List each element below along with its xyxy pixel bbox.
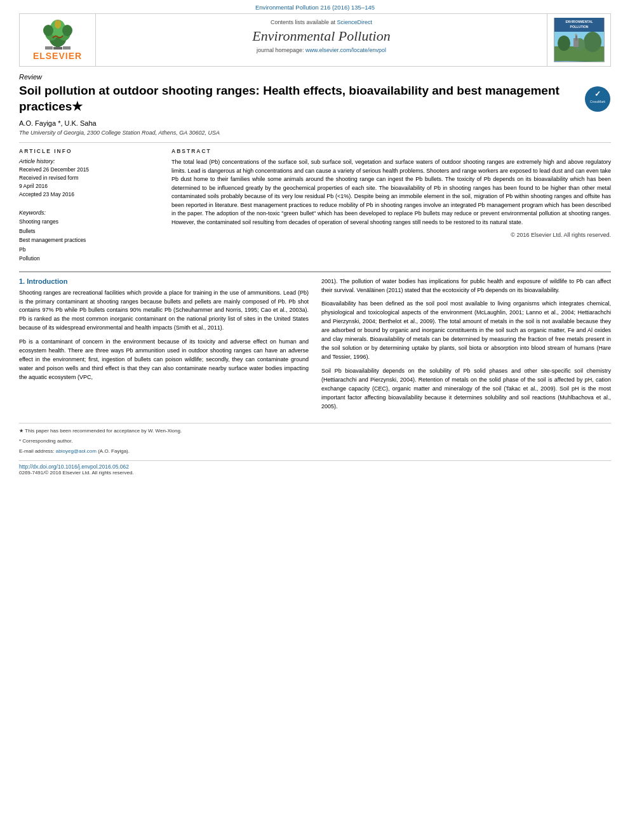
article-info-heading: ARTICLE INFO	[19, 148, 159, 154]
svg-point-18	[558, 36, 570, 51]
contents-available-text: Contents lists available at ScienceDirec…	[271, 19, 372, 25]
doi-link[interactable]: http://dx.doi.org/10.1016/j.envpol.2016.…	[19, 463, 129, 470]
copyright-notice: © 2016 Elsevier Ltd. All rights reserved…	[171, 232, 611, 238]
journal-cover-image: ENVIRONMENTAL POLLUTION	[554, 18, 605, 62]
received-date: Received 26 December 2015	[19, 166, 159, 174]
revised-label: Received in revised form	[19, 174, 159, 182]
article-info-abstract: ARTICLE INFO Article history: Received 2…	[19, 148, 611, 263]
svg-text:POLLUTION: POLLUTION	[570, 25, 588, 29]
doi-line: http://dx.doi.org/10.1016/j.envpol.2016.…	[19, 463, 611, 470]
footer-bar: http://dx.doi.org/10.1016/j.envpol.2016.…	[19, 460, 611, 476]
issn-line: 0269-7491/© 2016 Elsevier Ltd. All right…	[19, 470, 611, 476]
title-area: ✓ CrossMark Soil pollution at outdoor sh…	[19, 83, 611, 114]
svg-point-10	[55, 20, 61, 29]
intro-para-4: Bioavailability has been defined as the …	[321, 300, 611, 362]
email-address[interactable]: abioyeg@aol.com	[56, 448, 97, 454]
article-info-panel: ARTICLE INFO Article history: Received 2…	[19, 148, 159, 263]
keywords-label: Keywords:	[19, 210, 159, 216]
body-columns: 1. Introduction Shooting ranges are recr…	[19, 277, 611, 417]
keywords-list: Shooting ranges Bullets Best management …	[19, 217, 159, 263]
svg-text:CrossMark: CrossMark	[590, 100, 606, 103]
keyword-4: Pb	[19, 245, 159, 254]
thumbnail-journal-name: ENVIRONMENTAL POLLUTION	[553, 17, 605, 63]
svg-point-6	[62, 25, 72, 36]
abstract-heading: ABSTRACT	[171, 148, 611, 154]
keyword-5: Pollution	[19, 254, 159, 263]
intro-para-3: 2001). The pollution of water bodies has…	[321, 277, 611, 295]
intro-number: 1.	[19, 277, 25, 285]
intro-para-1: Shooting ranges are recreational facilit…	[19, 289, 309, 333]
accepted-date: Accepted 23 May 2016	[19, 190, 159, 199]
affiliation-text: The University of Georgia, 2300 College …	[19, 130, 611, 136]
article-content-area: Review ✓ CrossMark Soil pollution at out…	[19, 67, 611, 272]
svg-rect-22	[575, 36, 577, 41]
footnotes-section: ★ This paper has been recommended for ac…	[19, 423, 611, 455]
svg-rect-8	[63, 46, 70, 50]
keyword-2: Bullets	[19, 227, 159, 236]
intro-heading: 1. Introduction	[19, 277, 309, 285]
body-content: 1. Introduction Shooting ranges are recr…	[19, 277, 611, 417]
corresponding-footnote: * Corresponding author.	[19, 437, 611, 445]
abstract-panel: ABSTRACT The total lead (Pb) concentrati…	[171, 148, 611, 263]
star-footnote: ★ This paper has been recommended for ac…	[19, 427, 611, 435]
abstract-text: The total lead (Pb) concentrations of th…	[171, 158, 611, 227]
intro-para-5: Soil Pb bioavailability depends on the s…	[321, 367, 611, 411]
intro-para-2: Pb is a contaminant of concern in the en…	[19, 338, 309, 382]
intro-heading-text: Introduction	[27, 277, 67, 285]
section-divider	[19, 271, 611, 272]
email-footnote: E-mail address: abioyeg@aol.com (A.O. Fa…	[19, 448, 611, 455]
elsevier-tree-icon	[39, 19, 77, 51]
journal-homepage-line: journal homepage: www.elsevier.com/locat…	[257, 47, 386, 53]
crossmark-badge: ✓ CrossMark	[584, 86, 611, 114]
elsevier-logo: ELSEVIER	[33, 19, 82, 61]
journal-ref-bar: Environmental Pollution 216 (2016) 135–1…	[0, 0, 630, 13]
elsevier-branding: ELSEVIER	[20, 14, 96, 66]
homepage-url[interactable]: www.elsevier.com/locate/envpol	[305, 47, 386, 53]
journal-thumbnail: ENVIRONMENTAL POLLUTION	[547, 14, 610, 66]
svg-rect-9	[53, 47, 62, 50]
divider-top	[19, 142, 611, 143]
article-dates: Received 26 December 2015 Received in re…	[19, 166, 159, 198]
body-left-col: 1. Introduction Shooting ranges are recr…	[19, 277, 309, 417]
svg-point-5	[43, 25, 53, 36]
svg-rect-7	[45, 46, 53, 50]
article-title: Soil pollution at outdoor shooting range…	[19, 83, 611, 114]
crossmark-icon: ✓ CrossMark	[584, 86, 611, 112]
keyword-1: Shooting ranges	[19, 217, 159, 226]
journal-header: ELSEVIER Contents lists available at Sci…	[19, 13, 611, 67]
svg-text:ENVIRONMENTAL: ENVIRONMENTAL	[565, 20, 593, 23]
journal-reference: Environmental Pollution 216 (2016) 135–1…	[0, 0, 630, 13]
authors-line: A.O. Fayiga *, U.K. Saha	[19, 119, 611, 127]
keyword-3: Best management practices	[19, 236, 159, 244]
elsevier-wordmark: ELSEVIER	[33, 51, 82, 61]
svg-point-19	[584, 32, 601, 52]
revised-date: 9 April 2016	[19, 182, 159, 190]
sciencedirect-link[interactable]: ScienceDirect	[337, 19, 373, 25]
journal-name: Environmental Pollution	[252, 28, 390, 44]
article-history-label: Article history:	[19, 158, 159, 164]
body-right-col: 2001). The pollution of water bodies has…	[321, 277, 611, 417]
svg-text:✓: ✓	[594, 90, 601, 98]
journal-title-area: Contents lists available at ScienceDirec…	[96, 14, 547, 66]
article-type-label: Review	[19, 73, 611, 81]
